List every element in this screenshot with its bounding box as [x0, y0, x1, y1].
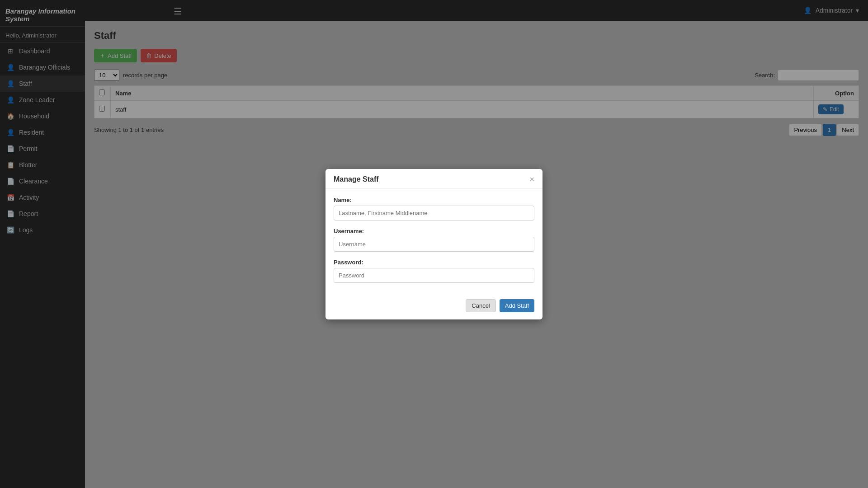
password-field-group: Password: [334, 259, 534, 283]
username-field-group: Username: [334, 228, 534, 252]
modal-overlay: Manage Staff × Name: Username: Password:… [0, 0, 868, 488]
password-label: Password: [334, 259, 534, 266]
name-label: Name: [334, 197, 534, 203]
modal-add-staff-button[interactable]: Add Staff [500, 299, 534, 312]
modal-close-button[interactable]: × [529, 175, 534, 183]
modal-body: Name: Username: Password: [326, 188, 542, 295]
username-label: Username: [334, 228, 534, 235]
modal-header: Manage Staff × [326, 169, 542, 188]
name-input[interactable] [334, 206, 534, 221]
name-field-group: Name: [334, 197, 534, 221]
password-input[interactable] [334, 268, 534, 283]
manage-staff-modal: Manage Staff × Name: Username: Password:… [326, 169, 542, 319]
modal-footer: Cancel Add Staff [326, 295, 542, 319]
modal-title: Manage Staff [334, 175, 379, 183]
username-input[interactable] [334, 237, 534, 252]
cancel-button[interactable]: Cancel [466, 299, 495, 312]
